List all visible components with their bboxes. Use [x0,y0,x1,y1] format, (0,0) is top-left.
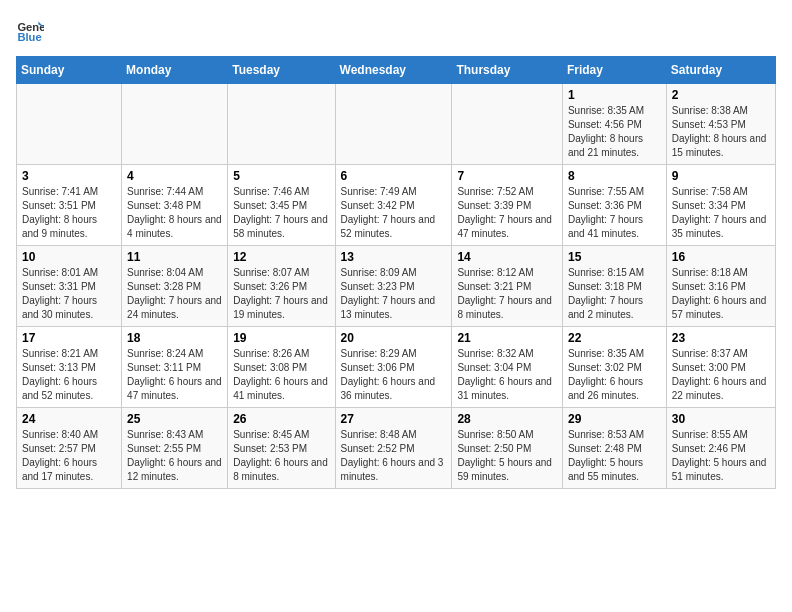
day-number: 22 [568,331,661,345]
day-number: 25 [127,412,222,426]
day-info: Sunrise: 8:24 AM Sunset: 3:11 PM Dayligh… [127,347,222,403]
day-info: Sunrise: 8:26 AM Sunset: 3:08 PM Dayligh… [233,347,329,403]
svg-text:Blue: Blue [17,31,41,43]
day-info: Sunrise: 8:50 AM Sunset: 2:50 PM Dayligh… [457,428,557,484]
day-cell [17,84,122,165]
day-cell: 16Sunrise: 8:18 AM Sunset: 3:16 PM Dayli… [666,246,775,327]
day-number: 14 [457,250,557,264]
day-cell: 18Sunrise: 8:24 AM Sunset: 3:11 PM Dayli… [122,327,228,408]
day-number: 30 [672,412,770,426]
week-row-1: 1Sunrise: 8:35 AM Sunset: 4:56 PM Daylig… [17,84,776,165]
week-row-3: 10Sunrise: 8:01 AM Sunset: 3:31 PM Dayli… [17,246,776,327]
day-cell [122,84,228,165]
day-info: Sunrise: 7:41 AM Sunset: 3:51 PM Dayligh… [22,185,116,241]
day-number: 16 [672,250,770,264]
day-number: 1 [568,88,661,102]
header-sunday: Sunday [17,57,122,84]
day-cell: 4Sunrise: 7:44 AM Sunset: 3:48 PM Daylig… [122,165,228,246]
day-number: 28 [457,412,557,426]
day-cell: 14Sunrise: 8:12 AM Sunset: 3:21 PM Dayli… [452,246,563,327]
day-info: Sunrise: 8:48 AM Sunset: 2:52 PM Dayligh… [341,428,447,484]
header-thursday: Thursday [452,57,563,84]
day-cell: 19Sunrise: 8:26 AM Sunset: 3:08 PM Dayli… [228,327,335,408]
day-number: 5 [233,169,329,183]
day-number: 19 [233,331,329,345]
day-cell: 26Sunrise: 8:45 AM Sunset: 2:53 PM Dayli… [228,408,335,489]
day-info: Sunrise: 8:45 AM Sunset: 2:53 PM Dayligh… [233,428,329,484]
day-info: Sunrise: 8:40 AM Sunset: 2:57 PM Dayligh… [22,428,116,484]
day-info: Sunrise: 8:04 AM Sunset: 3:28 PM Dayligh… [127,266,222,322]
day-info: Sunrise: 8:43 AM Sunset: 2:55 PM Dayligh… [127,428,222,484]
day-info: Sunrise: 8:35 AM Sunset: 3:02 PM Dayligh… [568,347,661,403]
day-info: Sunrise: 8:35 AM Sunset: 4:56 PM Dayligh… [568,104,661,160]
day-cell: 23Sunrise: 8:37 AM Sunset: 3:00 PM Dayli… [666,327,775,408]
day-number: 23 [672,331,770,345]
day-info: Sunrise: 8:12 AM Sunset: 3:21 PM Dayligh… [457,266,557,322]
day-info: Sunrise: 8:18 AM Sunset: 3:16 PM Dayligh… [672,266,770,322]
day-cell: 13Sunrise: 8:09 AM Sunset: 3:23 PM Dayli… [335,246,452,327]
day-cell [452,84,563,165]
day-number: 13 [341,250,447,264]
week-row-4: 17Sunrise: 8:21 AM Sunset: 3:13 PM Dayli… [17,327,776,408]
day-number: 17 [22,331,116,345]
day-info: Sunrise: 8:09 AM Sunset: 3:23 PM Dayligh… [341,266,447,322]
day-cell: 28Sunrise: 8:50 AM Sunset: 2:50 PM Dayli… [452,408,563,489]
calendar-header-row: SundayMondayTuesdayWednesdayThursdayFrid… [17,57,776,84]
day-cell: 20Sunrise: 8:29 AM Sunset: 3:06 PM Dayli… [335,327,452,408]
header-saturday: Saturday [666,57,775,84]
day-info: Sunrise: 8:01 AM Sunset: 3:31 PM Dayligh… [22,266,116,322]
day-cell: 17Sunrise: 8:21 AM Sunset: 3:13 PM Dayli… [17,327,122,408]
day-info: Sunrise: 8:37 AM Sunset: 3:00 PM Dayligh… [672,347,770,403]
day-cell: 5Sunrise: 7:46 AM Sunset: 3:45 PM Daylig… [228,165,335,246]
day-cell: 8Sunrise: 7:55 AM Sunset: 3:36 PM Daylig… [562,165,666,246]
header-wednesday: Wednesday [335,57,452,84]
logo-icon: General Blue [16,16,44,44]
day-info: Sunrise: 7:49 AM Sunset: 3:42 PM Dayligh… [341,185,447,241]
day-number: 12 [233,250,329,264]
day-info: Sunrise: 8:55 AM Sunset: 2:46 PM Dayligh… [672,428,770,484]
day-cell: 3Sunrise: 7:41 AM Sunset: 3:51 PM Daylig… [17,165,122,246]
day-cell [228,84,335,165]
day-number: 27 [341,412,447,426]
day-number: 9 [672,169,770,183]
day-cell: 10Sunrise: 8:01 AM Sunset: 3:31 PM Dayli… [17,246,122,327]
day-number: 21 [457,331,557,345]
day-cell: 30Sunrise: 8:55 AM Sunset: 2:46 PM Dayli… [666,408,775,489]
day-number: 4 [127,169,222,183]
day-info: Sunrise: 8:07 AM Sunset: 3:26 PM Dayligh… [233,266,329,322]
page-header: General Blue [16,16,776,44]
day-info: Sunrise: 7:55 AM Sunset: 3:36 PM Dayligh… [568,185,661,241]
day-cell: 2Sunrise: 8:38 AM Sunset: 4:53 PM Daylig… [666,84,775,165]
day-info: Sunrise: 7:58 AM Sunset: 3:34 PM Dayligh… [672,185,770,241]
week-row-5: 24Sunrise: 8:40 AM Sunset: 2:57 PM Dayli… [17,408,776,489]
day-info: Sunrise: 7:52 AM Sunset: 3:39 PM Dayligh… [457,185,557,241]
header-monday: Monday [122,57,228,84]
day-number: 18 [127,331,222,345]
day-cell: 9Sunrise: 7:58 AM Sunset: 3:34 PM Daylig… [666,165,775,246]
day-cell: 1Sunrise: 8:35 AM Sunset: 4:56 PM Daylig… [562,84,666,165]
day-number: 8 [568,169,661,183]
day-cell: 29Sunrise: 8:53 AM Sunset: 2:48 PM Dayli… [562,408,666,489]
day-number: 20 [341,331,447,345]
day-number: 3 [22,169,116,183]
day-number: 7 [457,169,557,183]
day-number: 6 [341,169,447,183]
day-info: Sunrise: 8:29 AM Sunset: 3:06 PM Dayligh… [341,347,447,403]
calendar-table: SundayMondayTuesdayWednesdayThursdayFrid… [16,56,776,489]
day-number: 29 [568,412,661,426]
day-cell [335,84,452,165]
day-cell: 11Sunrise: 8:04 AM Sunset: 3:28 PM Dayli… [122,246,228,327]
day-cell: 6Sunrise: 7:49 AM Sunset: 3:42 PM Daylig… [335,165,452,246]
day-cell: 22Sunrise: 8:35 AM Sunset: 3:02 PM Dayli… [562,327,666,408]
day-number: 10 [22,250,116,264]
day-cell: 12Sunrise: 8:07 AM Sunset: 3:26 PM Dayli… [228,246,335,327]
day-number: 26 [233,412,329,426]
day-info: Sunrise: 7:46 AM Sunset: 3:45 PM Dayligh… [233,185,329,241]
day-number: 11 [127,250,222,264]
logo: General Blue [16,16,48,44]
day-cell: 21Sunrise: 8:32 AM Sunset: 3:04 PM Dayli… [452,327,563,408]
day-number: 15 [568,250,661,264]
header-friday: Friday [562,57,666,84]
day-cell: 15Sunrise: 8:15 AM Sunset: 3:18 PM Dayli… [562,246,666,327]
day-cell: 25Sunrise: 8:43 AM Sunset: 2:55 PM Dayli… [122,408,228,489]
